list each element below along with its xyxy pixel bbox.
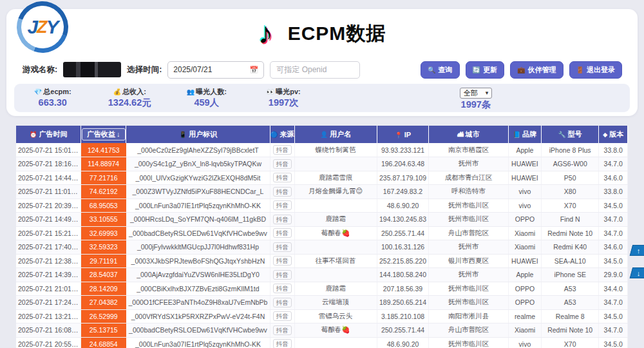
cell-openid: _000l_UlVxGzigKYwziG2lZkEXQH8dM5it: [126, 171, 270, 185]
cell-time: 2025-07-21 17:24:17: [16, 296, 81, 310]
date-value: 2025/07/21: [173, 65, 212, 74]
cell-city: 南阳市淅川县: [429, 309, 508, 324]
column-header-ip: 📍IP: [377, 126, 429, 143]
date-picker[interactable]: 2025/07/21 📅: [167, 61, 264, 79]
scroll-to-bottom-button[interactable]: ↓: [630, 267, 644, 278]
cell-name: [294, 337, 377, 348]
record-count: 1997条: [322, 99, 630, 110]
cell-time: 2025-07-21 13:21:47: [16, 309, 81, 324]
cell-brand: OPPO: [508, 282, 541, 296]
stat-icon: 💎: [34, 88, 42, 95]
search-button[interactable]: 🔍查询: [421, 61, 459, 79]
model-column-icon: 🔧: [558, 131, 566, 138]
source-badge: 抖音: [273, 284, 292, 293]
cell-name: 往事不堪回首: [294, 254, 377, 268]
cell-source: 抖音: [270, 226, 294, 240]
cell-version: 34.6.0: [599, 171, 628, 185]
cell-city: 呼和浩特市: [429, 185, 508, 199]
cell-model: Realme 8: [542, 309, 599, 324]
cell-brand: vivo: [508, 198, 541, 213]
partner-management-button[interactable]: 💼伙伴管理: [510, 61, 563, 79]
cell-openid: _000CBiKxlhxBJX7ZBvEzti8GzmKllM1td: [126, 282, 270, 296]
sort-revenue-button[interactable]: 广告收益↓: [82, 128, 126, 140]
cell-version: 34.5.0: [599, 337, 628, 348]
stat-value: 1997次: [245, 97, 323, 108]
source-badge: 抖音: [273, 325, 292, 335]
refresh-button[interactable]: 🔄更新: [466, 61, 504, 79]
table-row: 2025-07-21 14:39:5828.54037_000AjAvzgfda…: [16, 268, 628, 282]
cell-version: 33.8.0: [599, 185, 628, 199]
cell-openid: _000HRcsLDq_SoYFM7QN-q406lM_11gkBD: [126, 213, 270, 227]
cell-version: 34.5.0: [599, 254, 628, 268]
scroll-to-top-button[interactable]: ↑: [630, 245, 644, 256]
logout-button[interactable]: 🚪退出登录: [569, 61, 622, 79]
source-badge: 抖音: [273, 145, 292, 155]
cell-ip: 100.16.31.126: [377, 240, 429, 255]
cell-openid: _000badCBetyRSLOEDw61VqKfVHCwbe9wv: [126, 324, 270, 338]
cell-source: 抖音: [270, 296, 294, 310]
table-row: 2025-07-21 11:01:4874.62192_000Z3WTVyJZN…: [16, 185, 628, 199]
table-row: 2025-07-21 12:38:4929.71191_0003XJkbSPRJ…: [16, 254, 628, 268]
logo-letter-j: J: [27, 16, 37, 38]
partner-management-button-label: 伙伴管理: [528, 65, 556, 75]
game-name-label: 游戏名称:: [23, 64, 57, 75]
cell-ip: 3.185.210.108: [377, 309, 429, 324]
cell-time: 2025-07-21 16:08:47: [16, 324, 81, 338]
chevron-down-icon: ▾: [486, 90, 489, 97]
ecpm-dashboard: J Z Y ♪♪♪ ECPM数据 游戏名称: 选择时间: 2025/07/21 …: [0, 0, 644, 348]
stat-value: 663.30: [14, 97, 91, 108]
game-name-redacted: [63, 62, 121, 77]
cell-brand: OPPO: [508, 296, 541, 310]
cell-version: 33.8.0: [599, 143, 628, 157]
cell-city: 抚州市临川区: [429, 282, 508, 296]
cell-model: AGS6-W00: [542, 157, 599, 171]
cell-name: 鹿踏霜: [294, 213, 377, 227]
cell-ip: 207.18.56.39: [377, 282, 429, 296]
city-column-icon: 🏙: [457, 131, 464, 138]
cell-name: [294, 198, 377, 213]
cell-city: 舟山市普陀区: [429, 324, 508, 338]
cell-openid: _000VfRYdSX1kP5RXRZPxPwV-eV24t-F4N: [126, 309, 270, 324]
jzy-logo: J Z Y: [17, 1, 68, 53]
ecpm-table: ⏰广告时间广告收益↓📱用户标识🔵来源👤用户名📍IP🏙城市📘品牌🔧型号◆版本 20…: [16, 126, 628, 348]
cell-ip: 250.255.71.44: [377, 226, 429, 240]
cell-time: 2025-07-21 20:39:05: [16, 198, 81, 213]
cell-model: P50: [542, 171, 599, 185]
cell-ip: 250.255.71.44: [377, 324, 429, 338]
cell-brand: HUAWEI: [508, 157, 541, 171]
cell-version: 34.7.0: [599, 213, 628, 227]
time-column-icon: ⏰: [30, 131, 37, 138]
cell-city: 抚州市临川区: [429, 213, 508, 227]
cell-brand: Apple: [508, 143, 541, 157]
cell-source: 抖音: [270, 254, 294, 268]
source-badge: 抖音: [273, 200, 292, 210]
cell-revenue: 114.88974: [81, 157, 126, 171]
down-arrow-icon: ↓: [637, 269, 641, 277]
source-badge: 抖音: [273, 173, 292, 182]
cell-openid: _000yS4c1gZ_yBnX_ln8-lqvb5kyTPAQKw: [126, 157, 270, 171]
cell-name: 云端墙顶: [294, 296, 377, 310]
stat-label: 💎总ecpm:: [14, 88, 91, 97]
openid-column-icon: 📱: [179, 131, 187, 138]
ecpm-table-container: ⏰广告时间广告收益↓📱用户标识🔵来源👤用户名📍IP🏙城市📘品牌🔧型号◆版本 20…: [16, 126, 628, 348]
up-arrow-icon: ↑: [637, 247, 641, 255]
record-filter-select[interactable]: 全部 ▾: [460, 88, 493, 99]
cell-time: 2025-07-21 14:49:24: [16, 213, 81, 227]
cell-source: 抖音: [270, 309, 294, 324]
cell-name: [294, 157, 377, 171]
cell-name: 蝶绕竹制篱笆: [294, 143, 377, 157]
stat-value: 459人: [168, 97, 245, 108]
openid-input[interactable]: [270, 61, 360, 79]
cell-model: X70: [542, 198, 599, 213]
cell-version: 29.9.0: [599, 268, 628, 282]
cell-city: 抚州市: [429, 240, 508, 255]
stat-3: 👀曝光pv:1997次: [245, 88, 323, 108]
cell-source: 抖音: [270, 185, 294, 199]
cell-revenue: 33.10555: [81, 213, 126, 227]
table-row: 2025-07-21 14:44:1377.21716_000l_UlVxGzi…: [16, 171, 628, 185]
stat-label: 💰总收入:: [91, 88, 169, 97]
cell-revenue: 32.59323: [81, 240, 126, 255]
cell-model: X80: [542, 185, 599, 199]
cell-revenue: 24.68854: [81, 337, 126, 348]
table-row: 2025-07-21 15:21:0732.69993_000badCBetyR…: [16, 226, 628, 240]
